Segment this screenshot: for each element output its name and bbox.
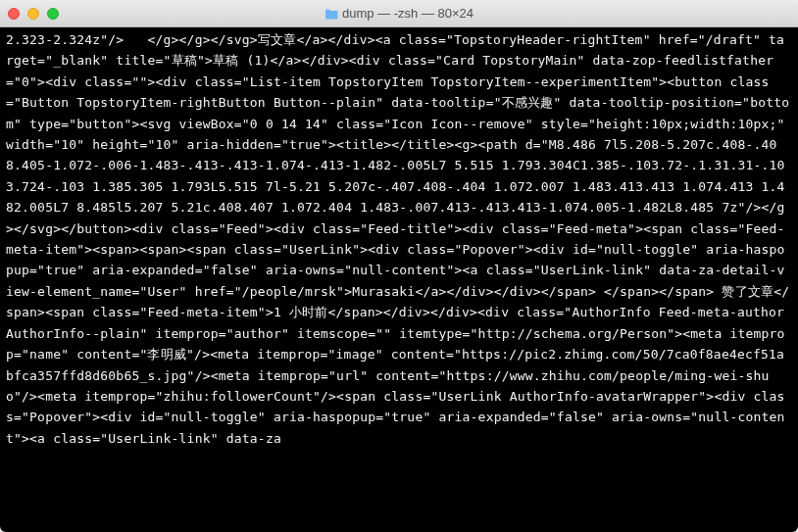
traffic-lights bbox=[8, 8, 59, 20]
window-title: dump — -zsh — 80×24 bbox=[342, 6, 474, 21]
window-title-container: dump — -zsh — 80×24 bbox=[0, 6, 798, 21]
terminal-output: 2.323-2.324z"/> </g></g></svg>写文章</a></d… bbox=[6, 29, 792, 449]
close-button[interactable] bbox=[8, 8, 20, 20]
terminal-body[interactable]: 2.323-2.324z"/> </g></g></svg>写文章</a></d… bbox=[0, 27, 798, 532]
terminal-window: dump — -zsh — 80×24 2.323-2.324z"/> </g>… bbox=[0, 0, 798, 532]
folder-icon bbox=[324, 8, 338, 19]
minimize-button[interactable] bbox=[27, 8, 39, 20]
titlebar: dump — -zsh — 80×24 bbox=[0, 0, 798, 27]
maximize-button[interactable] bbox=[47, 8, 59, 20]
